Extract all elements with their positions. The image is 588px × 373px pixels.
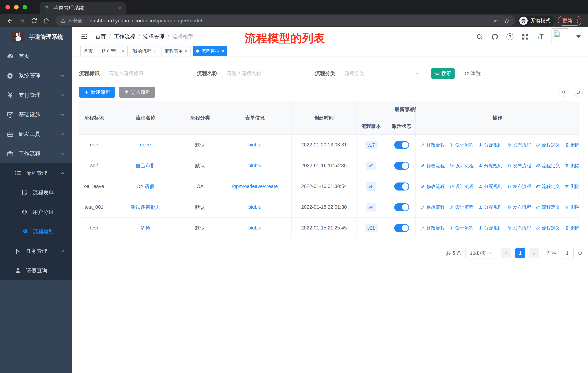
action-分配规则[interactable]: 分配规则 [478, 163, 502, 169]
action-流程定义[interactable]: 流程定义 [536, 225, 560, 231]
action-发布流程[interactable]: 发布流程 [507, 142, 531, 148]
sidebar-item-首页[interactable]: 首页 [0, 46, 72, 66]
cell-form-link[interactable]: biubiu [218, 218, 292, 238]
cell-process-name-link[interactable]: 滔博 [109, 218, 182, 238]
cell-process-name-link[interactable]: OA 请假 [109, 176, 182, 197]
sidebar-item-研发工具[interactable]: 研发工具 [0, 124, 72, 144]
browser-tab[interactable]: 芋道管理系统 × [40, 2, 126, 14]
sidebar-item-流程模型[interactable]: 流程模型 [0, 222, 72, 241]
action-删除[interactable]: 删除 [565, 225, 580, 231]
action-发布流程[interactable]: 发布流程 [507, 183, 531, 189]
active-switch[interactable] [394, 224, 409, 232]
active-switch[interactable] [394, 182, 409, 191]
cell-form-link[interactable]: biubiu [218, 197, 292, 217]
action-设计流程[interactable]: 设计流程 [450, 142, 473, 148]
import-process-button[interactable]: 导入流程 [119, 87, 155, 98]
forward-icon[interactable] [19, 17, 26, 24]
header-search-icon[interactable] [476, 33, 483, 40]
search-button[interactable]: 搜索 [431, 68, 455, 79]
tag-我的流程[interactable]: 我的流程× [130, 46, 159, 56]
create-process-button[interactable]: 新建流程 [79, 87, 115, 98]
close-tag-icon[interactable]: × [122, 49, 124, 53]
action-设计流程[interactable]: 设计流程 [450, 183, 473, 189]
breadcrumb-item[interactable]: 工作流程 [114, 33, 135, 40]
close-tag-icon[interactable]: × [185, 49, 187, 53]
home-icon[interactable] [43, 17, 50, 24]
sidebar-item-请假查询[interactable]: 请假查询 [0, 261, 72, 280]
browser-update-button[interactable]: 更新 [558, 16, 581, 26]
cell-version[interactable]: v2 [357, 155, 386, 176]
next-page-button[interactable] [529, 248, 539, 258]
action-删除[interactable]: 删除 [565, 142, 580, 148]
minimize-window-button[interactable] [14, 5, 19, 10]
sidebar-item-用户分组[interactable]: 用户分组 [0, 202, 72, 222]
bookmark-star-icon[interactable] [504, 18, 510, 24]
cell-version[interactable]: v21 [357, 218, 386, 238]
cell-version[interactable]: v17 [357, 135, 386, 155]
security-label[interactable]: 不安全 [67, 18, 82, 24]
sidebar-item-工作流程[interactable]: 工作流程 [0, 144, 72, 163]
sidebar-item-系统管理[interactable]: 系统管理 [0, 66, 72, 85]
action-删除[interactable]: 删除 [565, 183, 580, 189]
action-修改流程[interactable]: 修改流程 [421, 163, 445, 169]
action-分配规则[interactable]: 分配规则 [478, 225, 502, 231]
action-流程定义[interactable]: 流程定义 [536, 204, 560, 210]
page-size-select[interactable]: 10条/页 [465, 248, 497, 258]
tab-close-icon[interactable]: × [118, 5, 121, 11]
prev-page-button[interactable] [501, 248, 511, 258]
cell-version[interactable]: v4 [357, 197, 386, 217]
cell-form-link[interactable]: biubiu [218, 155, 292, 176]
active-switch[interactable] [394, 162, 409, 170]
close-window-button[interactable] [5, 5, 10, 10]
avatar-caret-down-icon[interactable] [576, 35, 581, 38]
breadcrumb-item[interactable]: 流程管理 [143, 33, 164, 40]
font-size-icon[interactable]: TT [537, 33, 544, 40]
action-删除[interactable]: 删除 [565, 163, 580, 169]
breadcrumb-item[interactable]: 首页 [95, 33, 106, 40]
action-删除[interactable]: 删除 [565, 204, 580, 210]
cell-process-name-link[interactable]: eeee [109, 135, 182, 155]
action-设计流程[interactable]: 设计流程 [450, 204, 473, 210]
version-badge[interactable]: v4 [366, 203, 376, 212]
process-name-input[interactable] [222, 68, 303, 79]
version-badge[interactable]: v2 [366, 161, 376, 170]
version-badge[interactable]: v17 [365, 141, 378, 149]
action-修改流程[interactable]: 修改流程 [421, 183, 445, 189]
not-secure-warning-icon[interactable] [61, 18, 66, 23]
sidebar-item-基础设施[interactable]: 基础设施 [0, 105, 72, 124]
action-修改流程[interactable]: 修改流程 [421, 204, 445, 210]
current-page-button[interactable]: 1 [515, 248, 525, 258]
action-发布流程[interactable]: 发布流程 [507, 225, 531, 231]
address-bar[interactable]: 不安全 dashboard.yudao.iocoder.cn /bpm/mana… [55, 15, 515, 26]
action-修改流程[interactable]: 修改流程 [421, 225, 445, 231]
process-id-input[interactable] [104, 68, 185, 79]
avatar[interactable] [552, 28, 568, 45]
tag-流程表单[interactable]: 流程表单× [161, 46, 191, 56]
refresh-table-button[interactable] [574, 88, 583, 97]
close-tag-icon[interactable]: × [153, 49, 156, 53]
back-icon[interactable] [7, 17, 13, 24]
action-修改流程[interactable]: 修改流程 [421, 142, 445, 148]
tag-租户管理[interactable]: 租户管理× [98, 46, 128, 56]
github-icon[interactable] [491, 33, 499, 40]
action-流程定义[interactable]: 流程定义 [536, 163, 560, 169]
version-badge[interactable]: v21 [365, 224, 378, 232]
action-设计流程[interactable]: 设计流程 [450, 163, 473, 169]
action-发布流程[interactable]: 发布流程 [507, 204, 531, 210]
action-流程定义[interactable]: 流程定义 [536, 183, 560, 189]
action-发布流程[interactable]: 发布流程 [507, 163, 531, 169]
action-分配规则[interactable]: 分配规则 [478, 183, 502, 189]
show-search-toggle-button[interactable] [559, 88, 568, 97]
browser-menu-icon[interactable] [575, 19, 579, 23]
reset-button[interactable]: 重置 [460, 68, 485, 79]
help-icon[interactable]: ? [506, 33, 514, 40]
tag-首页[interactable]: 首页 [80, 46, 96, 56]
reload-icon[interactable] [31, 17, 38, 24]
process-category-select[interactable]: 流程分类 [340, 68, 424, 79]
active-switch[interactable] [394, 141, 409, 149]
cell-version[interactable]: v5 [357, 176, 386, 197]
tag-流程模型[interactable]: 流程模型× [193, 46, 228, 56]
active-switch[interactable] [394, 203, 409, 211]
close-tag-icon[interactable]: × [222, 49, 224, 53]
cell-process-name-link[interactable]: 测试多审批人 [109, 197, 182, 217]
